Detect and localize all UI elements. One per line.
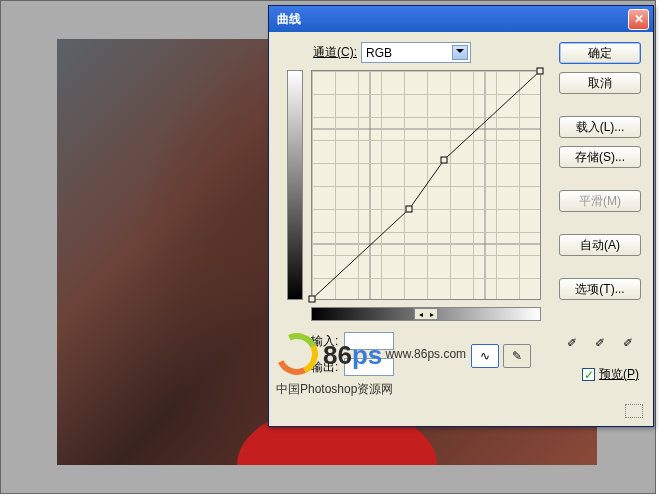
auto-button[interactable]: 自动(A) bbox=[559, 234, 641, 256]
close-button[interactable]: ✕ bbox=[628, 9, 649, 30]
curve-line bbox=[312, 71, 540, 299]
curve-handle[interactable] bbox=[406, 205, 413, 212]
button-column: 确定 取消 载入(L)... 存储(S)... 平滑(M) 自动(A) 选项(T… bbox=[559, 42, 641, 300]
output-field[interactable] bbox=[344, 358, 394, 376]
dialog-body: 通道(C): RGB 输入: bbox=[269, 32, 653, 426]
eyedropper-icon: ✐ bbox=[567, 336, 577, 350]
titlebar[interactable]: 曲线 ✕ bbox=[269, 6, 653, 32]
black-point-eyedropper[interactable]: ✐ bbox=[561, 332, 583, 354]
close-icon: ✕ bbox=[634, 12, 644, 26]
white-point-eyedropper[interactable]: ✐ bbox=[617, 332, 639, 354]
options-button[interactable]: 选项(T)... bbox=[559, 278, 641, 300]
eyedropper-icon: ✐ bbox=[595, 336, 605, 350]
preview-checkbox[interactable]: ✓ bbox=[582, 368, 595, 381]
output-row: 输出: bbox=[311, 358, 394, 376]
curve-handle[interactable] bbox=[537, 68, 544, 75]
curve-handle[interactable] bbox=[441, 156, 448, 163]
curves-dialog: 曲线 ✕ 通道(C): RGB bbox=[268, 5, 654, 427]
input-gradient[interactable] bbox=[311, 307, 541, 321]
eyedropper-group: ✐ ✐ ✐ bbox=[561, 332, 639, 354]
gradient-slider-thumb[interactable] bbox=[414, 308, 438, 320]
save-button[interactable]: 存储(S)... bbox=[559, 146, 641, 168]
resize-grip-icon[interactable] bbox=[625, 404, 643, 418]
ok-button[interactable]: 确定 bbox=[559, 42, 641, 64]
chevron-down-icon bbox=[452, 45, 468, 60]
channel-label: 通道(C): bbox=[313, 44, 357, 61]
channel-value: RGB bbox=[366, 46, 392, 60]
curves-graph[interactable] bbox=[311, 70, 541, 300]
gray-point-eyedropper[interactable]: ✐ bbox=[589, 332, 611, 354]
preview-row: ✓ 预览(P) bbox=[582, 366, 639, 383]
input-label: 输入: bbox=[311, 333, 338, 350]
channel-row: 通道(C): RGB bbox=[313, 42, 471, 63]
curve-tool-buttons: ∿ ✎ bbox=[471, 344, 531, 368]
smooth-button[interactable]: 平滑(M) bbox=[559, 190, 641, 212]
curve-handle[interactable] bbox=[309, 296, 316, 303]
output-gradient bbox=[287, 70, 303, 300]
load-button[interactable]: 载入(L)... bbox=[559, 116, 641, 138]
cancel-button[interactable]: 取消 bbox=[559, 72, 641, 94]
output-label: 输出: bbox=[311, 359, 338, 376]
curve-tool-button[interactable]: ∿ bbox=[471, 344, 499, 368]
curve-icon: ∿ bbox=[480, 349, 490, 363]
preview-label: 预览(P) bbox=[599, 366, 639, 383]
dialog-title: 曲线 bbox=[273, 11, 628, 28]
channel-select[interactable]: RGB bbox=[361, 42, 471, 63]
pencil-tool-button[interactable]: ✎ bbox=[503, 344, 531, 368]
pencil-icon: ✎ bbox=[512, 349, 522, 363]
input-row: 输入: bbox=[311, 332, 394, 350]
app-canvas: 曲线 ✕ 通道(C): RGB bbox=[0, 0, 656, 494]
eyedropper-icon: ✐ bbox=[623, 336, 633, 350]
input-field[interactable] bbox=[344, 332, 394, 350]
